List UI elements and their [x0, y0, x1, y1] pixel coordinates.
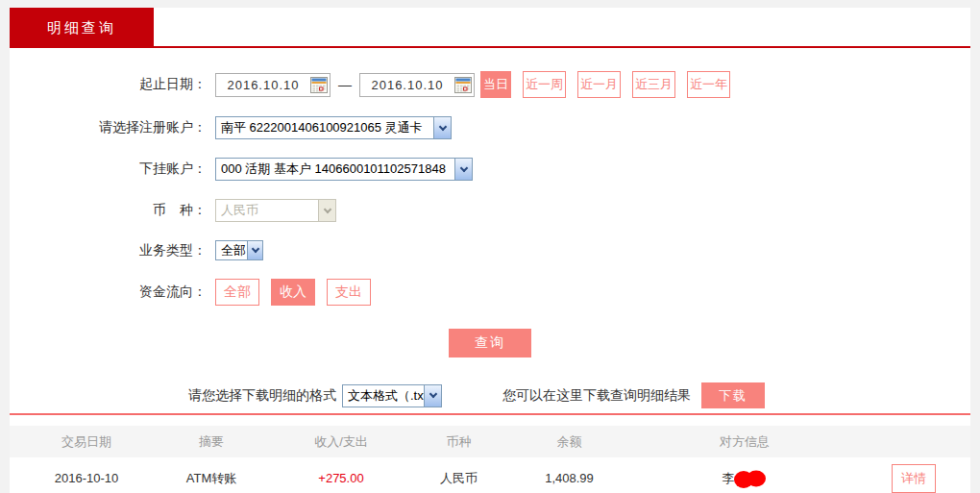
download-hint: 您可以在这里下载查询明细结果 — [502, 387, 691, 405]
chevron-down-icon[interactable] — [424, 385, 441, 407]
calendar-icon[interactable] — [454, 77, 472, 93]
end-date-input[interactable]: 2016.10.10 — [359, 73, 475, 97]
detail-button[interactable]: 详情 — [892, 464, 936, 493]
sub-account-value: 000 活期 基本户 1406600101102571848 — [216, 160, 454, 178]
end-date-value[interactable]: 2016.10.10 — [360, 78, 454, 92]
cell-summary: ATM转账 — [144, 470, 279, 487]
business-type-row: 业务类型： 全部 — [10, 240, 970, 260]
register-account-row: 请选择注册账户： 南平 6222001406100921065 灵通卡 — [10, 116, 970, 139]
chevron-down-icon[interactable] — [454, 159, 472, 180]
cell-currency: 人民币 — [404, 470, 514, 487]
quick-button-last-year[interactable]: 近一年 — [687, 71, 730, 98]
header-balance: 余额 — [514, 433, 625, 451]
cell-counterparty: 李 — [625, 467, 865, 490]
redaction-scribble-icon — [733, 467, 768, 490]
fund-flow-income-button[interactable]: 收入 — [271, 279, 315, 306]
fund-flow-label: 资金流向： — [10, 283, 207, 301]
download-format-value: 文本格式（.txt） — [343, 387, 424, 405]
table-row: 2016-10-10 ATM转账 +275.00 人民币 1,408.99 李 … — [10, 457, 970, 493]
quick-button-last-week[interactable]: 近一周 — [523, 71, 566, 98]
header-transaction-date: 交易日期 — [29, 433, 144, 451]
date-range-separator: — — [338, 77, 352, 92]
register-account-label: 请选择注册账户： — [10, 119, 207, 136]
query-button-wrap: 查询 — [10, 329, 970, 357]
tab-detail-query[interactable]: 明细查询 — [10, 8, 154, 48]
fund-flow-row: 资金流向： 全部 收入 支出 — [10, 279, 970, 306]
start-date-input[interactable]: 2016.10.10 — [215, 73, 331, 97]
tab-bar: 明细查询 — [10, 8, 970, 48]
header-counterparty: 对方信息 — [625, 433, 865, 451]
cell-amount: +275.00 — [279, 471, 404, 485]
download-format-label: 请您选择下载明细的格式 — [188, 387, 336, 405]
query-form: 起止日期： 2016.10.10 — [10, 48, 970, 408]
quick-button-last-month[interactable]: 近一月 — [577, 71, 621, 98]
table-top-line — [10, 413, 970, 415]
quick-button-today[interactable]: 当日 — [480, 71, 511, 98]
header-income-expense: 收入/支出 — [279, 433, 404, 451]
calendar-icon[interactable] — [310, 77, 328, 93]
sub-account-row: 下挂账户： 000 活期 基本户 1406600101102571848 — [10, 158, 970, 181]
header-summary: 摘要 — [144, 433, 279, 451]
table-header: 交易日期 摘要 收入/支出 币种 余额 对方信息 — [10, 426, 970, 457]
fund-flow-all-button[interactable]: 全部 — [215, 279, 259, 306]
business-type-select[interactable]: 全部 — [215, 240, 263, 260]
download-row: 请您选择下载明细的格式 文本格式（.txt） 您可以在这里下载查询明细结果 下载 — [10, 382, 970, 408]
business-type-label: 业务类型： — [10, 242, 207, 259]
currency-label: 币 种： — [10, 202, 207, 219]
quick-button-last-3-months[interactable]: 近三月 — [632, 71, 675, 98]
currency-row: 币 种： 人民币 — [10, 199, 970, 222]
register-account-select[interactable]: 南平 6222001406100921065 灵通卡 — [215, 116, 452, 139]
fund-flow-expense-button[interactable]: 支出 — [327, 279, 371, 306]
start-date-value[interactable]: 2016.10.10 — [216, 78, 310, 92]
cell-balance: 1,408.99 — [514, 471, 625, 485]
cell-detail: 详情 — [865, 464, 970, 493]
date-range-label: 起止日期： — [10, 76, 207, 93]
sub-account-select[interactable]: 000 活期 基本户 1406600101102571848 — [215, 158, 473, 181]
chevron-down-icon — [318, 200, 335, 221]
download-button[interactable]: 下载 — [701, 382, 765, 408]
chevron-down-icon[interactable] — [247, 241, 262, 259]
currency-select: 人民币 — [215, 199, 336, 222]
query-button[interactable]: 查询 — [449, 329, 531, 357]
cell-transaction-date: 2016-10-10 — [29, 471, 144, 485]
business-type-value: 全部 — [216, 242, 247, 259]
quick-date-buttons: 当日 近一周 近一月 近三月 近一年 — [480, 71, 742, 98]
header-currency: 币种 — [404, 433, 514, 451]
main-panel: 明细查询 起止日期： 2016.10.10 — [10, 8, 970, 493]
register-account-value: 南平 6222001406100921065 灵通卡 — [216, 119, 433, 136]
sub-account-label: 下挂账户： — [10, 160, 207, 178]
date-range-row: 起止日期： 2016.10.10 — [10, 71, 970, 98]
currency-value: 人民币 — [216, 202, 318, 219]
chevron-down-icon[interactable] — [433, 117, 451, 138]
download-format-select[interactable]: 文本格式（.txt） — [342, 384, 442, 407]
